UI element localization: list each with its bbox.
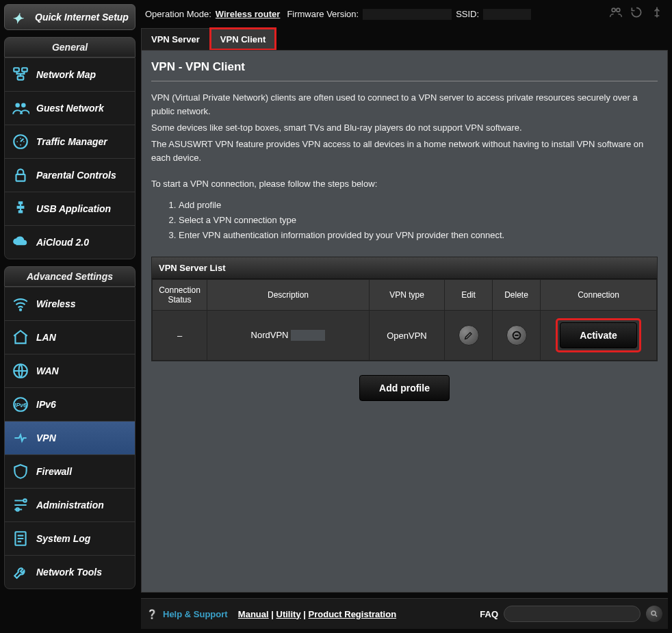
sidebar-item-guest-network[interactable]: Guest Network: [5, 91, 135, 125]
wireless-icon: [10, 294, 31, 313]
col-edit: Edit: [445, 280, 493, 311]
general-menu: Network Map Guest Network Traffic Manage…: [4, 57, 135, 259]
description-text: NordVPN: [251, 330, 289, 340]
firmware-redacted: [363, 9, 452, 20]
sidebar-item-parental-controls[interactable]: Parental Controls: [5, 158, 135, 192]
sidebar-item-vpn[interactable]: VPN: [5, 421, 135, 454]
svg-point-14: [612, 8, 615, 12]
add-profile-button[interactable]: Add profile: [359, 375, 450, 401]
vpn-server-list-table: VPN Server List Connection Status Descri…: [151, 257, 658, 361]
sidebar-item-label: Wireless: [36, 298, 75, 309]
system-log-icon: [10, 529, 31, 548]
intro-p2: Some devices like set-top boxes, smart T…: [151, 121, 658, 135]
aicloud-icon: [10, 233, 31, 252]
utility-link[interactable]: Utility: [276, 609, 301, 619]
svg-rect-6: [16, 175, 25, 181]
sidebar-item-traffic-manager[interactable]: Traffic Manager: [5, 125, 135, 158]
sidebar-item-label: Network Tools: [36, 567, 102, 578]
sidebar-item-network-tools[interactable]: Network Tools: [5, 555, 135, 589]
svg-point-3: [15, 103, 20, 107]
footer-links: Manual | Utility | Product Registration: [233, 609, 396, 619]
sidebar-item-aicloud[interactable]: AiCloud 2.0: [5, 225, 135, 259]
sidebar-item-network-map[interactable]: Network Map: [5, 58, 135, 91]
intro-p1: VPN (Virtual Private Network) clients ar…: [151, 91, 658, 118]
usb-icon[interactable]: [650, 5, 664, 23]
sidebar-item-lan[interactable]: LAN: [5, 320, 135, 354]
sidebar-item-label: System Log: [36, 533, 90, 544]
sidebar-item-firewall[interactable]: Firewall: [5, 454, 135, 488]
page-title: VPN - VPN Client: [151, 60, 658, 74]
col-description: Description: [207, 280, 370, 311]
intro-p3: The ASUSWRT VPN feature provides VPN acc…: [151, 138, 658, 165]
tab-vpn-client[interactable]: VPN Client: [210, 28, 276, 50]
help-support-link[interactable]: Help & Support: [163, 609, 228, 619]
steps-list: Add profile Select a VPN connection type…: [179, 198, 658, 243]
svg-rect-0: [14, 68, 19, 71]
col-connection: Connection: [541, 280, 657, 311]
svg-rect-2: [18, 76, 24, 79]
activate-button[interactable]: Activate: [560, 322, 636, 348]
col-vpn-type: VPN type: [370, 280, 445, 311]
activate-highlight: Activate: [558, 320, 638, 350]
ssid-label: SSID:: [456, 9, 479, 19]
administration-icon: [10, 495, 31, 515]
advanced-menu: Wireless LAN WAN IPv6 IPv6 VPN Firewall: [4, 287, 135, 589]
sidebar-item-usb-application[interactable]: USB Application: [5, 192, 135, 225]
cell-description: NordVPN: [207, 311, 370, 361]
cell-connection: Activate: [541, 311, 657, 361]
svg-point-17: [651, 611, 656, 615]
sidebar-item-system-log[interactable]: System Log: [5, 521, 135, 555]
sidebar-item-ipv6[interactable]: IPv6 IPv6: [5, 387, 135, 421]
topbar: Operation Mode: Wireless router Firmware…: [141, 4, 668, 28]
step-item: Add profile: [179, 198, 658, 213]
opmode-value[interactable]: Wireless router: [216, 9, 281, 19]
sidebar-item-label: Administration: [36, 500, 104, 511]
opmode-label: Operation Mode:: [145, 9, 211, 19]
ssid-redacted: [483, 9, 531, 20]
svg-point-7: [20, 309, 21, 311]
svg-point-4: [21, 103, 26, 107]
faq-search-button[interactable]: [646, 606, 662, 622]
tab-vpn-server[interactable]: VPN Server: [141, 28, 210, 50]
sidebar-item-administration[interactable]: Administration: [5, 488, 135, 521]
cell-edit: [445, 311, 493, 361]
faq-search-input[interactable]: [504, 606, 641, 622]
general-section-header: General: [4, 37, 135, 57]
edit-button[interactable]: [458, 325, 479, 346]
svg-point-11: [23, 499, 26, 502]
sidebar-item-wireless[interactable]: Wireless: [5, 287, 135, 320]
ipv6-icon: IPv6: [10, 395, 31, 414]
faq-label: FAQ: [480, 609, 498, 619]
cell-delete: [493, 311, 541, 361]
reboot-icon[interactable]: [630, 5, 643, 23]
quick-internet-setup-button[interactable]: ✦ Quick Internet Setup: [4, 4, 135, 30]
guest-network-icon: [10, 99, 31, 118]
firmware-label: Firmware Version:: [287, 9, 359, 19]
sidebar-item-label: Parental Controls: [36, 170, 116, 181]
sidebar-item-label: IPv6: [36, 399, 56, 410]
usb-application-icon: [10, 199, 31, 218]
sidebar-item-label: USB Application: [36, 203, 111, 214]
step-item: Enter VPN authentication information pro…: [179, 228, 658, 243]
divider: [151, 81, 658, 81]
table-row: – NordVPN OpenVPN: [153, 311, 657, 361]
advanced-section-header: Advanced Settings: [4, 266, 135, 287]
cell-vpn-type: OpenVPN: [370, 311, 445, 361]
network-map-icon: [10, 65, 31, 84]
delete-button[interactable]: [506, 325, 527, 346]
footer: ❔ Help & Support Manual | Utility | Prod…: [141, 598, 668, 629]
traffic-manager-icon: [10, 132, 31, 151]
firewall-icon: [10, 462, 31, 481]
manual-link[interactable]: Manual: [238, 609, 269, 619]
content-panel: VPN - VPN Client VPN (Virtual Private Ne…: [141, 50, 668, 593]
lan-icon: [10, 328, 31, 347]
qis-label: Quick Internet Setup: [35, 12, 129, 23]
svg-rect-1: [22, 68, 27, 71]
svg-point-15: [617, 8, 620, 12]
product-registration-link[interactable]: Product Registration: [309, 609, 397, 619]
sidebar-item-label: VPN: [36, 432, 56, 443]
users-icon[interactable]: [609, 5, 623, 23]
help-icon: ❔: [146, 609, 157, 619]
sidebar-item-wan[interactable]: WAN: [5, 354, 135, 387]
sidebar-item-label: AiCloud 2.0: [36, 237, 89, 248]
